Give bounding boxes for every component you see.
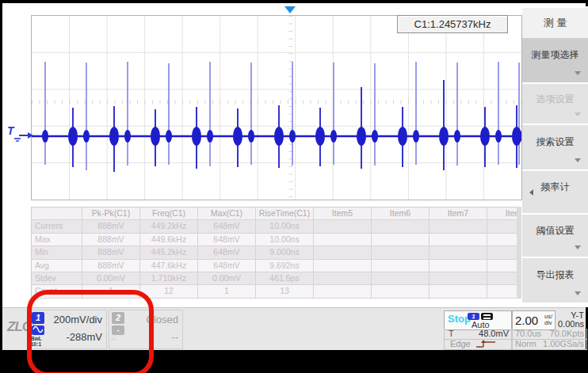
menu-title: 测 量 (522, 8, 588, 38)
column-header: Item5 (314, 207, 372, 220)
sidebar-button-label: 测量项选择 (522, 48, 588, 62)
channel1-panel[interactable]: 1 BwL 10:1 200mV/div -288mV (29, 310, 107, 349)
channel1-offset: -288mV (66, 331, 102, 343)
table-cell (314, 260, 372, 272)
column-header: Pk-Pk(C1) (82, 207, 140, 220)
table-cell (487, 246, 517, 259)
sidebar-button-label: 搜索设置 (522, 135, 588, 149)
trigger-level-marker[interactable]: T (6, 122, 33, 152)
frequency-counter-readout: C1:1.245737kHz (397, 15, 508, 33)
sidebar-button-2[interactable]: 选项设置 (522, 84, 588, 124)
table-cell (430, 272, 487, 285)
table-cell: 0.00mV (82, 272, 140, 285)
chevron-down-icon (575, 158, 581, 162)
channel2-status: Closed (147, 314, 178, 325)
row-label: Current (32, 220, 82, 233)
table-cell: 888mV (82, 260, 140, 272)
timebase-unit: us/ div (544, 314, 552, 326)
table-cell: 445.2kHz (140, 246, 198, 259)
trigger-position-marker[interactable] (284, 6, 296, 13)
channel1-coupling-icon (32, 325, 44, 335)
table-cell: 12 (140, 285, 198, 298)
sidebar-button-label: 选项设置 (522, 93, 588, 106)
table-cell (372, 234, 430, 246)
table-cell: 447.6kHz (140, 260, 198, 272)
table-cell: 10.00ns (256, 234, 314, 246)
display-mode-zone: Y-T 0.00ns (555, 310, 586, 329)
table-cell (314, 285, 372, 298)
sidebar-button-3[interactable]: 搜索设置 (522, 125, 588, 169)
table-cell: 461.5ps (256, 272, 314, 285)
table-cell (487, 272, 517, 285)
table-scrollbar[interactable] (517, 207, 521, 299)
table-cell (372, 220, 430, 233)
table-cell: 888mV (82, 246, 140, 259)
timebase-box[interactable]: 2.00 us/ div (512, 310, 556, 330)
window-length: 70.0us (515, 329, 541, 338)
table-cell: 10.00ns (256, 220, 314, 233)
sidebar-button-label: 阈值设置 (522, 224, 588, 238)
trigger-delay: 0.00ns (558, 319, 584, 329)
row-label: Avg (32, 260, 82, 272)
table-cell (314, 246, 372, 259)
sidebar-button-label: 导出报表 (522, 268, 588, 282)
table-cell (430, 246, 487, 259)
chevron-down-icon (575, 71, 581, 75)
channel2-panel[interactable]: 2 - -:- Closed -- (109, 310, 183, 349)
memory-icon (481, 313, 493, 320)
table-corner (32, 207, 82, 220)
sidebar-button-5[interactable]: 阈值设置 (522, 215, 588, 257)
channel1-scale: 200mV/div (54, 314, 102, 325)
table-cell: 888mV (82, 234, 140, 246)
column-header: RiseTime(C1) (256, 207, 314, 220)
channel2-offset: -- (171, 331, 178, 343)
table-cell (487, 220, 517, 233)
sidebar-button-4[interactable]: 频率计 (522, 171, 588, 213)
trigger-level-row[interactable]: T 48.0mV (444, 329, 512, 340)
channel2-probe: -:- (111, 336, 116, 341)
column-header: Freq(C1) (140, 207, 198, 220)
column-header: Item6 (372, 207, 430, 220)
trigger-level-value: 48.0mV (479, 329, 509, 338)
table-cell (372, 285, 430, 298)
svg-text:T: T (7, 124, 15, 137)
table-cell (430, 234, 487, 246)
menu-title-label: 测 量 (544, 16, 567, 30)
table-cell (430, 220, 487, 233)
menu-sidebar: 测 量 测量项选择选项设置搜索设置频率计阈值设置导出报表 (522, 6, 588, 307)
status-bar: ZLG® 1 BwL 10:1 200mV/div -288mV 2 - -:-… (2, 307, 586, 350)
table-cell: 13 (256, 285, 314, 298)
app-background: T C1:1.245737kHz 测 量 测量项选择选项设置搜索设置频率计阈值设… (2, 3, 586, 346)
table-cell: 449.2kHz (140, 220, 198, 233)
table-cell (430, 285, 487, 298)
row-label: Min (32, 246, 82, 259)
table-cell: 9.692ns (256, 260, 314, 272)
table-cell (487, 285, 517, 298)
table-cell: 648mV (198, 260, 256, 272)
timebase-scale: 2.00 (515, 314, 538, 327)
sidebar-button-6[interactable]: 导出报表 (522, 258, 588, 303)
waveform-plot (32, 16, 521, 200)
table-cell (372, 272, 430, 285)
table-cell: 648mV (198, 220, 256, 233)
channel2-number-badge: 2 (112, 312, 124, 324)
acquisition-status-box[interactable]: Stop 1 Auto (444, 310, 512, 330)
table-cell (372, 260, 430, 272)
chevron-left-icon (529, 189, 533, 196)
screen-frame: T C1:1.245737kHz 测 量 测量项选择选项设置搜索设置频率计阈值设… (0, 0, 588, 373)
table-cell: 1 (82, 285, 140, 298)
row-label: Max (32, 234, 82, 246)
acquire-mode: Norm (515, 339, 536, 348)
channel2-coupling-icon: - (112, 325, 124, 335)
row-label: Count (32, 285, 82, 298)
table-cell: 648mV (198, 234, 256, 246)
trigger-source-badge: 1 (468, 313, 479, 320)
table-cell (372, 246, 430, 259)
sidebar-button-1[interactable]: 测量项选择 (522, 38, 588, 82)
sample-rate: 1.00GSa/s (543, 339, 584, 348)
table-cell: 648mV (198, 246, 256, 259)
table-cell (430, 260, 487, 272)
trigger-type-row[interactable]: Edge (444, 339, 512, 350)
row-label: Stdev (32, 272, 82, 285)
table-cell: 1.710kHz (140, 272, 198, 285)
